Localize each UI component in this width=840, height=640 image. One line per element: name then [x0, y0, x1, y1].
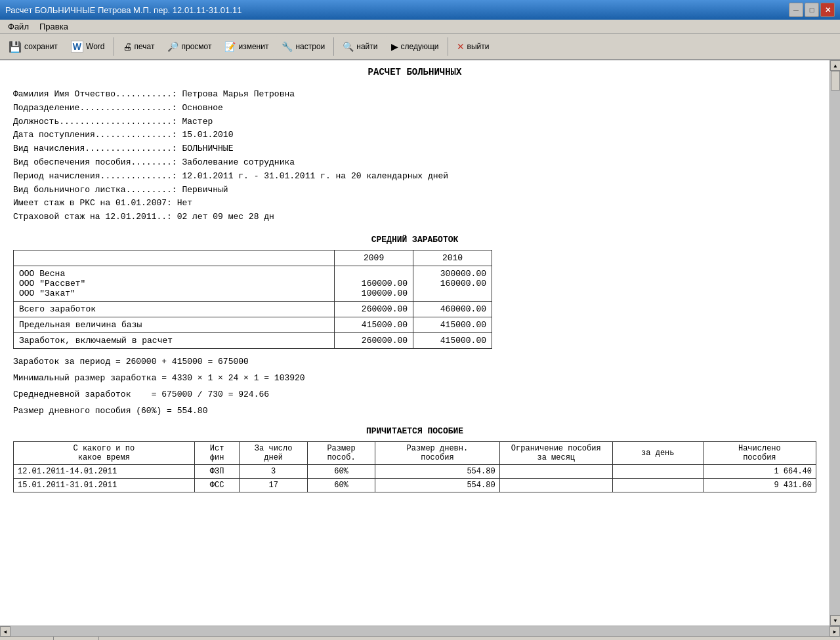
- save-icon: 💾: [9, 41, 22, 53]
- edit-button[interactable]: 📝 изменит: [219, 36, 274, 57]
- exit-label: выйти: [467, 42, 490, 51]
- print-icon: 🖨: [123, 41, 132, 52]
- field-insurance: Страховой стаж на 12.01.2011..: 02 лет 0…: [13, 210, 816, 224]
- earnings-limit-2010: 415000.00: [413, 317, 492, 332]
- earnings-included-2009: 260000.00: [335, 332, 413, 348]
- earnings-limit-2009: 415000.00: [335, 317, 413, 332]
- benefits-col-days: За числодней: [240, 441, 307, 464]
- formula-min: Минимальный размер заработка = 4330 × 1 …: [13, 373, 816, 383]
- word-button[interactable]: W Word: [65, 36, 111, 57]
- print-button[interactable]: 🖨 печат: [117, 36, 161, 57]
- benefits-row1-limit-month: [499, 464, 612, 478]
- exit-icon: ✕: [457, 41, 465, 52]
- field-benefit-type: Вид обеспечения пособия........: Заболев…: [13, 156, 816, 170]
- close-button[interactable]: ✕: [820, 3, 835, 17]
- benefits-col-accrued: Начисленопособия: [703, 441, 816, 464]
- earnings-total-2009: 260000.00: [335, 301, 413, 317]
- toolbar-sep-3: [448, 37, 448, 56]
- benefits-row1-days: 3: [240, 464, 307, 478]
- benefits-col-pct: Размерпособ.: [307, 441, 375, 464]
- earnings-orgs-2010: 300000.00 160000.00: [413, 266, 492, 301]
- scroll-track-vertical[interactable]: [830, 71, 840, 615]
- view-button[interactable]: 🔎 просмот: [161, 36, 217, 57]
- avg-earnings-title: СРЕДНИЙ ЗАРАБОТОК: [13, 235, 816, 245]
- horizontal-scrollbar[interactable]: ◄ ►: [0, 626, 840, 636]
- status-bar: Текущая: 1 Всего: 56: [0, 636, 840, 640]
- save-button[interactable]: 💾 сохранит: [3, 36, 64, 57]
- menu-edit[interactable]: Правка: [34, 20, 74, 33]
- word-label: Word: [86, 42, 104, 51]
- benefits-table: С какого и покакое время Истфин За число…: [13, 441, 816, 492]
- status-current: Текущая: 1: [3, 637, 54, 640]
- main-area: РАСЧЕТ БОЛЬНИЧНЫХ Фамилия Имя Отчество..…: [0, 60, 840, 626]
- benefits-row2-days: 17: [240, 478, 307, 492]
- maximize-button[interactable]: □: [805, 3, 819, 17]
- field-sick-type: Вид больничного листка.........: Первичн…: [13, 184, 816, 197]
- benefits-row2-limit-day: [612, 478, 703, 492]
- toolbar: 💾 сохранит W Word 🖨 печат 🔎 просмот 📝 из…: [0, 34, 840, 60]
- field-period: Период начисления..............: 12.01.2…: [13, 170, 816, 184]
- scroll-left-button[interactable]: ◄: [0, 626, 10, 637]
- earnings-limit-desc: Предельная величина базы: [14, 317, 335, 332]
- benefits-row2-accrued: 9 431.60: [703, 478, 816, 492]
- formula-daily-benefit: Размер дневного пособия (60%) = 554.80: [13, 406, 816, 416]
- document-title: РАСЧЕТ БОЛЬНИЧНЫХ: [13, 67, 816, 77]
- vertical-scrollbar[interactable]: ▲ ▼: [830, 60, 840, 626]
- earnings-orgs-2009: 160000.00 100000.00: [335, 266, 413, 301]
- earnings-col-2010-header: 2010: [413, 250, 492, 266]
- settings-label: настрои: [295, 42, 325, 51]
- field-accrual-type: Вид начисления.................: БОЛЬНИЧ…: [13, 142, 816, 156]
- content-area[interactable]: РАСЧЕТ БОЛЬНИЧНЫХ Фамилия Имя Отчество..…: [0, 60, 830, 626]
- scroll-right-button[interactable]: ►: [830, 626, 840, 637]
- scroll-up-button[interactable]: ▲: [830, 60, 840, 71]
- word-icon: W: [71, 41, 83, 52]
- find-icon: 🔍: [343, 41, 354, 52]
- scroll-down-button[interactable]: ▼: [830, 615, 840, 626]
- earnings-row-included: Заработок, включаемый в расчет 260000.00…: [14, 332, 492, 348]
- next-button[interactable]: ▶ следующи: [385, 36, 445, 57]
- title-bar: Расчет БОЛЬНИЧНЫЕ Петрова М.П. пер. 12.0…: [0, 0, 840, 20]
- benefits-row1-limit-day: [612, 464, 703, 478]
- minimize-button[interactable]: ─: [789, 3, 803, 17]
- scroll-track-horizontal[interactable]: [10, 626, 830, 636]
- benefits-row1-accrued: 1 664.40: [703, 464, 816, 478]
- earnings-row-total: Всего заработок 260000.00 460000.00: [14, 301, 492, 317]
- view-icon: 🔎: [167, 41, 178, 52]
- field-startdate: Дата поступления...............: 15.01.2…: [13, 129, 816, 142]
- earnings-row-orgs: ООО Весна ООО "Рассвет" ООО "Закат" 1600…: [14, 266, 492, 301]
- next-icon: ▶: [391, 41, 398, 52]
- scroll-thumb-vertical[interactable]: [831, 71, 840, 90]
- menu-file[interactable]: Файл: [3, 20, 34, 33]
- benefits-col-daily: Размер дневн.пособия: [375, 441, 499, 464]
- next-label: следующи: [401, 42, 439, 51]
- field-dept: Подразделение..................: Основно…: [13, 102, 816, 115]
- view-label: просмот: [181, 42, 211, 51]
- field-position: Должность......................: Мастер: [13, 115, 816, 129]
- earnings-table: 2009 2010 ООО Весна ООО "Рассвет" ООО "З…: [13, 250, 492, 349]
- edit-label: изменит: [238, 42, 268, 51]
- find-button[interactable]: 🔍 найти: [337, 36, 383, 57]
- print-label: печат: [135, 42, 155, 51]
- benefits-row2-limit-month: [499, 478, 612, 492]
- benefits-row-2: 15.01.2011-31.01.2011 ФСС 17 60% 554.80 …: [14, 478, 816, 492]
- benefits-row2-pct: 60%: [307, 478, 375, 492]
- benefits-header-row: С какого и покакое время Истфин За число…: [14, 441, 816, 464]
- earnings-included-2010: 415000.00: [413, 332, 492, 348]
- benefits-col-limit-month: Ограничение пособияза месяц: [499, 441, 612, 464]
- earnings-row-limit: Предельная величина базы 415000.00 41500…: [14, 317, 492, 332]
- benefits-row2-source: ФСС: [194, 478, 240, 492]
- toolbar-sep-1: [114, 37, 114, 56]
- earnings-col-desc-header: [14, 250, 335, 266]
- settings-button[interactable]: 🔧 настрои: [276, 36, 331, 57]
- status-total: Всего: 56: [54, 637, 98, 640]
- title-bar-buttons: ─ □ ✕: [789, 3, 835, 17]
- benefits-col-period: С какого и покакое время: [14, 441, 195, 464]
- benefits-row1-daily: 554.80: [375, 464, 499, 478]
- earnings-col-2009-header: 2009: [335, 250, 413, 266]
- toolbar-sep-2: [333, 37, 334, 56]
- exit-button[interactable]: ✕ выйти: [451, 36, 495, 57]
- benefits-col-limit-day: за день: [612, 441, 703, 464]
- earnings-included-desc: Заработок, включаемый в расчет: [14, 332, 335, 348]
- benefits-title: ПРИЧИТАЕТСЯ ПОСОБИЕ: [13, 426, 816, 436]
- benefits-row1-pct: 60%: [307, 464, 375, 478]
